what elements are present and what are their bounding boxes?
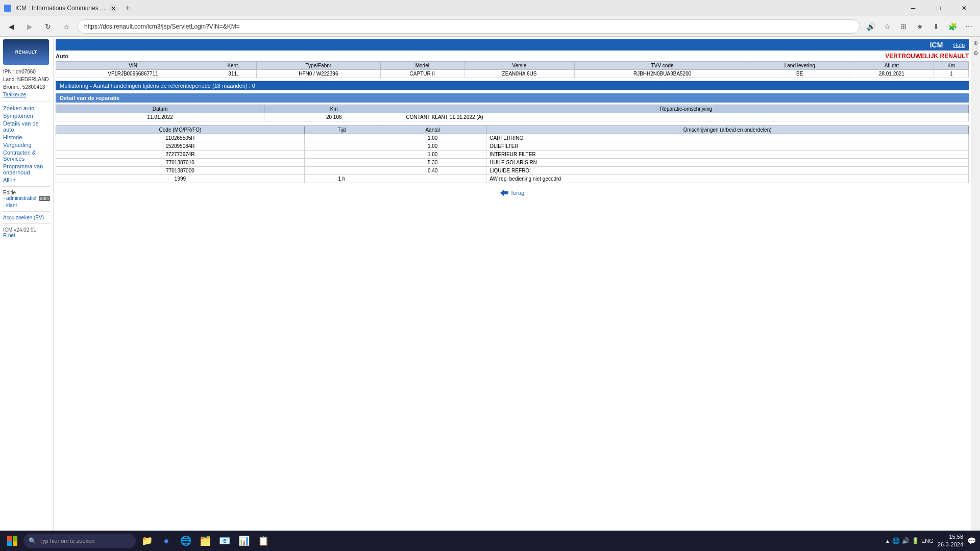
sidebar-link-contracten-services[interactable]: Contracten & Services <box>3 149 50 162</box>
code-cell-aantal <box>379 175 486 183</box>
vehicle-tvv: RJBHH2N0BUA3BA5200 <box>575 70 750 78</box>
vehicle-header-kent: Kent. <box>210 62 257 70</box>
start-button[interactable] <box>4 533 20 549</box>
tray-network[interactable]: 🌐 <box>892 537 900 544</box>
vehicle-header-type: Type/Fabnr <box>257 62 381 70</box>
vehicle-row: VF1RJB00966867711 311. HFN0 / W222396 CA… <box>56 70 969 78</box>
main-content: ICM Hulp Auto VERTROUWELIJK RENAULT VIN … <box>54 37 971 533</box>
extensions-icon[interactable]: 🧩 <box>945 19 960 34</box>
sidebar-divider-4 <box>3 223 50 224</box>
vehicle-afl-dat: 28.01.2021 <box>849 70 934 78</box>
sidebar-link-all-in[interactable]: All-in <box>3 177 50 183</box>
sidebar-link-programma[interactable]: Programma van onderhoud <box>3 163 50 176</box>
code-table-row: 1999 1 h AW rep. bediening niet gecodrd <box>56 175 969 183</box>
sidebar-divider-3 <box>3 211 50 212</box>
favorites-icon[interactable]: ☆ <box>880 19 894 34</box>
tab-close-btn[interactable]: ✕ <box>109 4 117 12</box>
code-cell-tijd <box>304 159 379 167</box>
code-cell-omschrijving: OLIEFILTER <box>486 142 969 151</box>
repair-header-omschrijving: Reparatie-omschrijving <box>404 105 968 113</box>
code-cell-tijd <box>304 151 379 159</box>
sidebar-link-symptomen[interactable]: Symptomen <box>3 113 50 119</box>
sidebar-link-administratief[interactable]: - administratief adm <box>3 195 50 201</box>
sidebar-rnet: R.net <box>3 233 50 238</box>
sidebar-link-accu[interactable]: Accu zoeken (EV) <box>3 215 50 220</box>
notification-btn[interactable]: 💬 <box>967 537 976 545</box>
icm-header-icm: ICM <box>930 41 943 49</box>
vehicle-versie: ZEAN0HA 6US <box>464 70 575 78</box>
downloads-icon[interactable]: ⬇ <box>929 19 943 34</box>
sidebar-divider-2 <box>3 186 50 187</box>
main-layout: RENAULT IPN : dn07060 Land: NEDERLAND Br… <box>0 37 980 533</box>
home-btn[interactable]: ⌂ <box>59 19 74 34</box>
split-view-icon[interactable]: ⊞ <box>896 19 911 34</box>
taskbar-edge[interactable]: 🌐 <box>178 533 194 549</box>
svg-marker-0 <box>500 189 508 196</box>
taskbar-app1[interactable]: 📊 <box>236 533 252 549</box>
read-aloud-icon[interactable]: 🔊 <box>864 19 878 34</box>
maximize-btn[interactable]: □ <box>927 0 950 16</box>
sidebar: RENAULT IPN : dn07060 Land: NEDERLAND Br… <box>0 37 54 533</box>
code-cell-code: 110265505R <box>56 134 305 142</box>
right-icon-top[interactable]: ⊕ <box>972 39 979 46</box>
refresh-btn[interactable]: ↻ <box>41 19 55 34</box>
code-cell-tijd <box>304 134 379 142</box>
code-cell-aantal: 1.00 <box>379 134 486 142</box>
code-table-row: 152095084R 1.00 OLIEFILTER <box>56 142 969 151</box>
forward-btn[interactable]: ▶ <box>22 19 37 34</box>
tray-battery: 🔋 <box>912 537 919 544</box>
minimize-btn[interactable]: ─ <box>901 0 925 16</box>
taskbar-file-explorer[interactable]: 📁 <box>139 533 155 549</box>
sidebar-link-vergoeding[interactable]: Vergoeding <box>3 142 50 148</box>
code-table-row: 110265505R 1.00 CARTERRING <box>56 134 969 142</box>
sidebar-editie: Editie - administratief adm - klant <box>3 190 50 208</box>
taskbar-clock[interactable]: 15:58 26-3-2024 <box>938 533 963 549</box>
vehicle-vin: VF1RJB00966867711 <box>56 70 210 78</box>
back-btn[interactable]: ◀ <box>4 19 18 34</box>
taalkeuze-label[interactable]: Taalkeuze <box>3 91 50 98</box>
vehicle-header-model: Model <box>380 62 464 70</box>
sidebar-link-details-auto[interactable]: Details van de auto <box>3 120 50 133</box>
tray-chevron[interactable]: ▲ <box>885 538 890 544</box>
code-cell-code: 1999 <box>56 175 305 183</box>
taskbar-search-input[interactable] <box>39 538 126 544</box>
taskbar: 🔍 📁 ● 🌐 🗂️ 📧 📊 📋 ▲ 🌐 🔊 🔋 ENG 15:58 26-3-… <box>0 531 980 551</box>
repair-km: 20 106 <box>264 113 404 121</box>
repair-row: 11.01.2022 20 106 CONTANT KLANT 11.01.20… <box>56 113 969 121</box>
taskbar-chrome[interactable]: ● <box>158 533 175 549</box>
icm-header-bar: ICM Hulp <box>56 39 969 51</box>
icm-header-help[interactable]: Hulp <box>953 42 965 48</box>
detail-section-header: Detail van de reparatie <box>56 93 969 103</box>
collections-icon[interactable]: ★ <box>913 19 927 34</box>
code-header-code: Code (MO/PR/FO) <box>56 126 305 134</box>
new-tab-btn[interactable]: + <box>121 2 134 14</box>
settings-icon[interactable]: ⋯ <box>962 19 976 34</box>
sidebar-link-zoeken-auto[interactable]: Zoeken auto <box>3 105 50 111</box>
vehicle-header-tvv: TVV code <box>575 62 750 70</box>
vehicle-model: CAPTUR II <box>380 70 464 78</box>
code-cell-tijd <box>304 167 379 175</box>
code-header-omschrijving: Omschrijvingen (arbeid en onderdelen) <box>486 126 969 134</box>
terug-container: Terug <box>56 189 969 197</box>
sidebar-divider-1 <box>3 102 50 102</box>
right-icon-gear[interactable]: ⚙ <box>972 49 979 57</box>
sidebar-link-historie[interactable]: Historie <box>3 134 50 140</box>
toolbar-icons: 🔊 ☆ ⊞ ★ ⬇ 🧩 ⋯ <box>864 19 976 34</box>
lang-indicator[interactable]: ENG <box>921 538 934 544</box>
address-bar[interactable]: https://dcs.renault.com/icm3/jsp/Servlet… <box>78 19 860 34</box>
code-cell-code: 272773974R <box>56 151 305 159</box>
taskbar-outlook[interactable]: 📧 <box>216 533 233 549</box>
terug-link[interactable]: Terug <box>500 189 525 196</box>
code-cell-omschrijving: CARTERRING <box>486 134 969 142</box>
taskbar-search-box[interactable]: 🔍 <box>23 534 136 548</box>
search-icon: 🔍 <box>29 537 36 544</box>
code-cell-aantal: 1.00 <box>379 151 486 159</box>
sidebar-link-klant[interactable]: - klant <box>3 203 50 208</box>
tray-volume[interactable]: 🔊 <box>902 537 910 544</box>
taskbar-app2[interactable]: 📋 <box>255 533 272 549</box>
sidebar-info: IPN : dn07060 Land: NEDERLAND Bronnr.: 5… <box>3 68 50 98</box>
land-label: Land: NEDERLAND <box>3 76 50 83</box>
taskbar-files[interactable]: 🗂️ <box>197 533 213 549</box>
vehicle-header-vin: VIN <box>56 62 210 70</box>
close-btn[interactable]: ✕ <box>952 0 976 16</box>
